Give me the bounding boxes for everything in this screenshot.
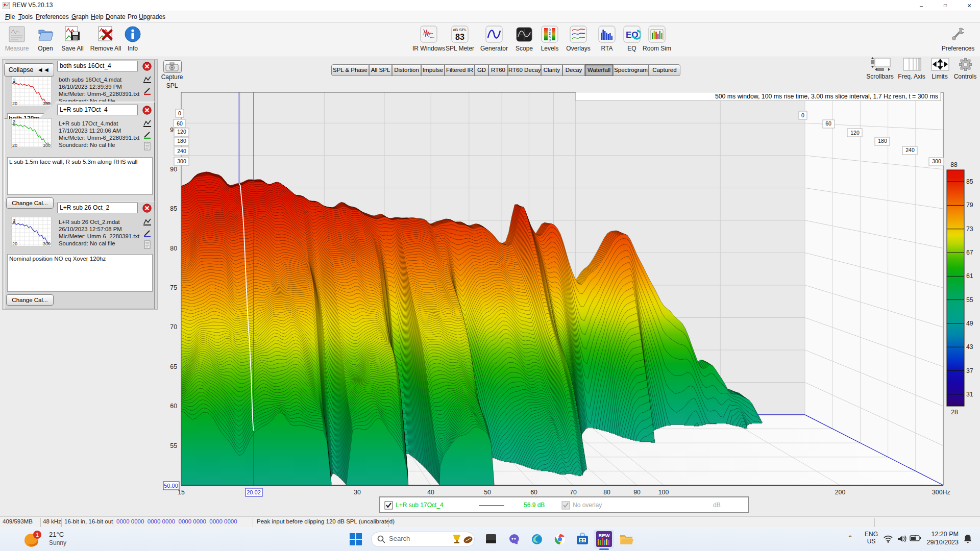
svg-text:60: 60 (825, 120, 831, 127)
svg-text:20: 20 (12, 241, 17, 246)
svg-text:90: 90 (170, 166, 177, 173)
svg-text:65: 65 (170, 363, 177, 370)
svg-text:240: 240 (177, 148, 186, 154)
svg-text:300Hz: 300Hz (932, 489, 950, 496)
svg-text:73: 73 (966, 226, 973, 233)
svg-text:80: 80 (603, 489, 610, 496)
svg-text:37: 37 (966, 367, 973, 374)
svg-text:83: 83 (455, 33, 464, 41)
svg-text:20.02: 20.02 (247, 489, 261, 495)
svg-text:0: 0 (801, 112, 804, 118)
svg-text:20: 20 (12, 143, 17, 148)
svg-text:300: 300 (43, 143, 51, 148)
svg-text:49: 49 (966, 320, 973, 327)
svg-text:60: 60 (530, 489, 537, 496)
svg-text:90: 90 (633, 489, 641, 496)
svg-text:61: 61 (966, 272, 973, 280)
svg-text:43: 43 (966, 343, 973, 350)
svg-text:85: 85 (966, 178, 973, 185)
svg-text:75: 75 (170, 284, 177, 291)
svg-text:180: 180 (177, 138, 186, 144)
svg-text:70: 70 (570, 489, 577, 496)
svg-text:240: 240 (905, 147, 915, 153)
svg-text:200: 200 (835, 489, 846, 496)
svg-text:3: 3 (549, 32, 551, 35)
svg-text:55: 55 (966, 296, 973, 304)
svg-text:120: 120 (177, 129, 186, 135)
svg-text:300: 300 (177, 158, 186, 164)
svg-text:50.00: 50.00 (164, 483, 178, 489)
svg-text:dB SPL: dB SPL (453, 28, 467, 32)
svg-text:88: 88 (950, 161, 958, 168)
svg-text:3: 3 (13, 218, 15, 223)
svg-text:180: 180 (878, 138, 887, 144)
svg-text:85: 85 (170, 205, 177, 212)
svg-text:60: 60 (170, 403, 177, 410)
svg-text:15: 15 (178, 489, 185, 496)
svg-text:1: 1 (13, 78, 15, 83)
svg-text:500 ms window, 100 ms rise tim: 500 ms window, 100 ms rise time, 3.00 ms… (715, 93, 938, 100)
svg-text:300: 300 (43, 101, 51, 106)
svg-text:50: 50 (484, 489, 491, 496)
svg-text:30: 30 (354, 489, 361, 496)
svg-text:REW: REW (598, 533, 609, 538)
svg-text:1: 1 (36, 532, 39, 538)
svg-text:300: 300 (43, 241, 51, 246)
svg-text:2: 2 (13, 119, 15, 124)
svg-text:20: 20 (12, 101, 17, 106)
svg-text:9: 9 (549, 38, 551, 42)
svg-text:79: 79 (966, 202, 973, 209)
svg-text:60: 60 (177, 120, 183, 127)
svg-text:0: 0 (549, 28, 551, 32)
svg-text:40: 40 (427, 489, 434, 496)
svg-text:67: 67 (966, 249, 973, 256)
svg-text:31: 31 (966, 391, 973, 398)
svg-text:55: 55 (170, 442, 177, 449)
svg-text:0: 0 (178, 110, 181, 116)
svg-text:80: 80 (170, 245, 177, 252)
svg-text:100: 100 (658, 489, 669, 496)
svg-text:300: 300 (932, 158, 941, 164)
svg-text:70: 70 (170, 323, 177, 331)
svg-text:120: 120 (850, 130, 860, 136)
svg-text:28: 28 (951, 409, 958, 416)
